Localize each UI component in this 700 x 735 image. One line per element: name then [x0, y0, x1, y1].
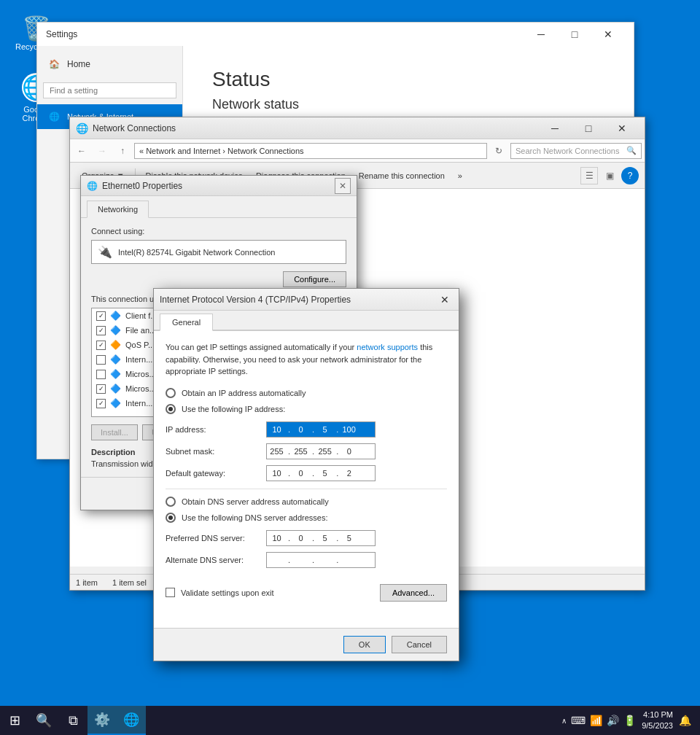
- divider-1: [166, 489, 447, 489]
- subnet-mask-label: Subnet mask:: [166, 447, 260, 456]
- settings-title: Settings: [46, 29, 524, 39]
- gateway-o1: 10: [267, 466, 287, 481]
- rename-connection-btn[interactable]: Rename this connection: [353, 168, 451, 183]
- conn-item-label-7: Intern...: [125, 399, 152, 408]
- tab-networking-label: Networking: [98, 205, 138, 214]
- use-dns-radio[interactable]: Use the following DNS server addresses:: [166, 513, 447, 523]
- ipv4-properties-dialog: Internet Protocol Version 4 (TCP/IPv4) P…: [153, 288, 459, 661]
- ipv4-close-btn[interactable]: ✕: [437, 292, 453, 308]
- use-dns-btn[interactable]: [166, 513, 176, 523]
- ip-o1: 10: [267, 422, 287, 437]
- use-dns-label: Use the following DNS server addresses:: [182, 513, 328, 522]
- taskbar-up-arrow[interactable]: ∧: [561, 717, 567, 725]
- taskbar: ⊞ 🔍 ⧉ ⚙️ 🌐 ∧ ⌨ 📶 🔊 🔋 4:10 PM 9/5/2023 🔔: [0, 706, 700, 735]
- taskbar-wifi-icon: 📶: [590, 715, 602, 726]
- configure-btn[interactable]: Configure...: [283, 271, 346, 287]
- install-btn[interactable]: Install...: [91, 424, 138, 440]
- ipv4-cancel-btn[interactable]: Cancel: [392, 636, 447, 653]
- details-pane-btn[interactable]: ▣: [601, 167, 618, 184]
- connect-using-label: Connect using:: [91, 227, 346, 236]
- settings-maximize-btn[interactable]: □: [558, 23, 591, 46]
- settings-subtitle: Network status: [212, 97, 604, 112]
- netconn-title-text: Network Connections: [93, 123, 538, 133]
- conn-checkbox-6[interactable]: ✓: [96, 384, 106, 394]
- alternate-dns-input[interactable]: . . .: [266, 552, 376, 568]
- taskbar-clock[interactable]: 4:10 PM 9/5/2023: [642, 709, 673, 732]
- forward-btn[interactable]: →: [93, 142, 111, 160]
- subnet-o4: 0: [339, 444, 359, 459]
- conn-checkbox-4[interactable]: [96, 355, 106, 365]
- obtain-dns-auto-radio[interactable]: Obtain DNS server address automatically: [166, 497, 447, 507]
- eth-props-close-btn[interactable]: ✕: [335, 178, 351, 194]
- gateway-o4: 2: [339, 466, 359, 481]
- use-following-radio[interactable]: Use the following IP address:: [166, 404, 447, 414]
- adapter-name: Intel(R) 82574L Gigabit Network Connecti…: [118, 248, 275, 257]
- conn-checkbox-5[interactable]: [96, 370, 106, 379]
- tab-general[interactable]: General: [160, 314, 213, 331]
- obtain-auto-radio[interactable]: Obtain an IP address automatically: [166, 388, 447, 398]
- ipv4-ok-btn[interactable]: OK: [343, 636, 386, 653]
- conn-item-label-1: Client f...: [125, 311, 157, 320]
- obtain-auto-radio-btn[interactable]: [166, 388, 176, 398]
- advanced-btn[interactable]: Advanced...: [380, 584, 447, 602]
- use-following-radio-btn[interactable]: [166, 404, 176, 414]
- up-btn[interactable]: ↑: [114, 142, 131, 160]
- view-options-btn[interactable]: ☰: [580, 167, 598, 184]
- tab-networking[interactable]: Networking: [87, 201, 149, 218]
- netconn-title-icon: 🌐: [76, 122, 88, 134]
- conn-checkbox-3[interactable]: ✓: [96, 341, 106, 350]
- conn-checkbox-1[interactable]: ✓: [96, 311, 106, 321]
- find-setting-input[interactable]: [43, 82, 176, 98]
- validate-checkbox[interactable]: [166, 588, 175, 597]
- ipv4-content: You can get IP settings assigned automat…: [154, 331, 459, 628]
- obtain-dns-auto-btn[interactable]: [166, 497, 176, 507]
- ip-o2: 0: [291, 422, 311, 437]
- conn-checkbox-7[interactable]: ✓: [96, 399, 106, 408]
- ip-address-input[interactable]: 10 . 0 . 5 . 100: [266, 421, 376, 438]
- settings-minimize-btn[interactable]: ─: [524, 23, 558, 46]
- back-btn[interactable]: ←: [73, 142, 90, 160]
- netconn-maximize-btn[interactable]: □: [572, 117, 605, 140]
- subnet-mask-input[interactable]: 255 . 255 . 255 . 0: [266, 443, 376, 459]
- dns-radio-group: Obtain DNS server address automatically …: [166, 497, 447, 523]
- search-network-connections[interactable]: Search Network Connections 🔍: [510, 143, 642, 159]
- search-placeholder-text: Search Network Connections: [516, 147, 619, 155]
- ipv4-tabs: General: [154, 311, 459, 331]
- start-button[interactable]: ⊞: [0, 706, 29, 735]
- conn-checkbox-2[interactable]: ✓: [96, 326, 106, 335]
- help-btn[interactable]: ?: [621, 167, 639, 184]
- address-path-text: « Network and Internet › Network Connect…: [139, 147, 304, 155]
- ip-o4: 100: [339, 422, 359, 437]
- settings-close-btn[interactable]: ✕: [591, 23, 625, 46]
- pdns-o3: 5: [315, 531, 335, 545]
- more-btn[interactable]: »: [452, 168, 468, 183]
- taskbar-task-view-btn[interactable]: ⧉: [58, 706, 88, 735]
- preferred-dns-row: Preferred DNS server: 10 . 0 . 5 . 5: [166, 530, 447, 546]
- sidebar-item-home[interactable]: 🏠 Home: [37, 52, 182, 77]
- ip-o3: 5: [315, 422, 335, 437]
- conn-item-label-2: File an...: [125, 326, 156, 335]
- taskbar-search-btn[interactable]: 🔍: [29, 706, 58, 735]
- netconn-close-btn[interactable]: ✕: [605, 117, 639, 140]
- alternate-dns-label: Alternate DNS server:: [166, 556, 260, 564]
- netconn-minimize-btn[interactable]: ─: [538, 117, 572, 140]
- default-gateway-row: Default gateway: 10 . 0 . 5 . 2: [166, 465, 447, 481]
- conn-item-icon-6: 🔷: [110, 384, 121, 394]
- preferred-dns-label: Preferred DNS server:: [166, 534, 260, 542]
- taskbar-network-icon[interactable]: 🌐: [117, 706, 146, 735]
- connect-using-box: 🔌 Intel(R) 82574L Gigabit Network Connec…: [91, 240, 346, 264]
- notification-btn[interactable]: 🔔: [679, 715, 691, 726]
- subnet-mask-row: Subnet mask: 255 . 255 . 255 . 0: [166, 443, 447, 459]
- settings-titlebar: Settings ─ □ ✕: [37, 23, 634, 46]
- conn-item-label-5: Micros...: [125, 370, 156, 378]
- default-gateway-input[interactable]: 10 . 0 . 5 . 2: [266, 465, 376, 481]
- subnet-o3: 255: [315, 444, 335, 459]
- refresh-btn[interactable]: ↻: [490, 142, 508, 160]
- subnet-o2: 255: [291, 444, 311, 459]
- pdns-o2: 0: [291, 531, 311, 545]
- preferred-dns-input[interactable]: 10 . 0 . 5 . 5: [266, 530, 376, 546]
- taskbar-system-tray: ∧ ⌨ 📶 🔊 🔋 4:10 PM 9/5/2023 🔔: [561, 709, 700, 732]
- taskbar-settings-icon[interactable]: ⚙️: [88, 706, 117, 735]
- address-path[interactable]: « Network and Internet › Network Connect…: [134, 143, 487, 159]
- network-icon: 🌐: [49, 112, 60, 122]
